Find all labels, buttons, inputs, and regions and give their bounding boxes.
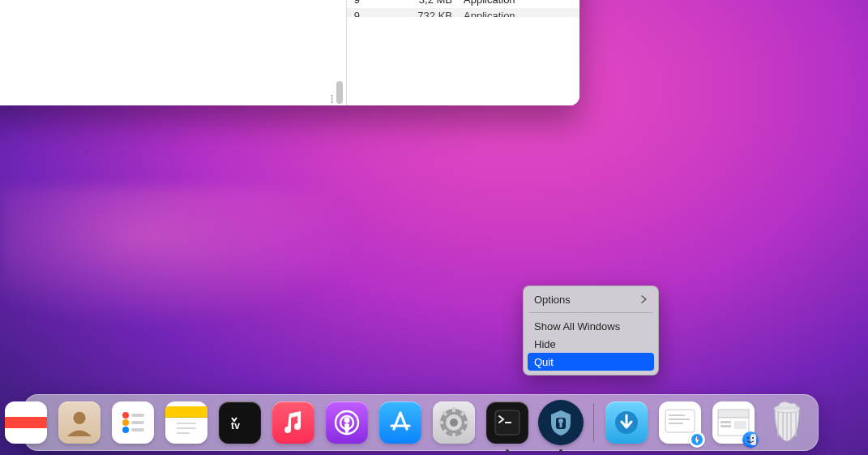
row-col1: 9 [347,8,363,17]
trash-icon [766,401,808,444]
chevron-right-icon [641,295,648,303]
svg-rect-9 [177,432,190,434]
svg-point-0 [73,412,85,424]
sidebar-marker: ] [331,93,333,103]
table-row[interactable]: 9 3,2 MB Application [347,0,579,8]
svg-rect-7 [177,423,196,424]
menu-separator [529,312,652,313]
dock-item[interactable] [378,400,423,445]
row-kind: Application [460,0,579,8]
svg-point-24 [450,419,458,427]
table-row[interactable]: 9 732 KB Application [347,8,579,17]
menu-item-label: Quit [534,356,554,368]
svg-rect-38 [718,410,749,418]
svg-rect-15 [452,407,455,412]
running-indicator-icon [559,449,562,453]
svg-rect-42 [734,421,746,429]
svg-rect-31 [665,410,695,432]
svg-rect-32 [669,414,685,416]
svg-rect-2 [131,414,144,417]
svg-rect-44 [750,434,756,445]
finder-badge-icon [742,431,759,448]
row-col1: 9 [347,0,363,8]
dock-divider [593,403,594,442]
menu-item-label: Options [534,294,571,306]
menu-item-label: Hide [534,338,556,350]
finder-sidebar[interactable]: ] [0,0,347,105]
menu-item-label: Show All Windows [534,320,620,333]
finder-window[interactable]: ] 9 15,4 MB Application 9 36,5 MB Applic… [0,0,579,105]
svg-rect-40 [720,421,731,423]
appstore-icon [379,401,421,444]
dock[interactable]: tv [24,394,819,451]
downloads-folder-icon [605,401,648,444]
menu-item-options[interactable]: Options [528,290,654,308]
finder-list[interactable]: 9 15,4 MB Application 9 36,5 MB Applicat… [347,0,579,105]
contacts-icon [58,401,100,444]
dock-item[interactable] [485,400,530,445]
reminders-icon [112,401,154,444]
row-kind: Application [460,8,579,17]
dock-item[interactable]: tv [217,400,263,445]
private-browser-icon [538,400,584,445]
svg-text:tv: tv [231,420,240,431]
safari-badge-icon [689,431,705,448]
svg-rect-16 [452,433,455,438]
menu-item-show-all-windows[interactable]: Show All Windows [528,317,654,335]
dock-context-menu[interactable]: Options Show All Windows Hide Quit [523,285,659,376]
dock-item[interactable] [164,400,209,445]
svg-point-13 [344,418,350,423]
settings-icon [433,401,475,444]
podcasts-icon [326,401,368,444]
svg-point-1 [122,412,129,419]
svg-rect-8 [177,427,196,429]
dock-item[interactable] [604,400,649,445]
svg-rect-17 [438,421,443,424]
dock-item[interactable] [657,400,703,445]
svg-rect-41 [720,425,731,427]
svg-rect-4 [131,421,144,424]
svg-rect-29 [560,423,562,427]
svg-rect-34 [669,423,683,424]
row-size: 3,2 MB [363,0,460,8]
row-size: 732 KB [363,8,460,17]
dock-item[interactable] [324,400,370,445]
svg-rect-6 [131,428,144,431]
svg-rect-33 [669,419,690,420]
svg-point-46 [752,437,754,439]
svg-point-45 [747,437,749,439]
dock-item[interactable] [271,400,316,445]
dock-item[interactable] [538,400,584,445]
sidebar-scrollbar[interactable] [335,0,344,101]
finder-status-bar [347,79,579,105]
terminal-icon [486,401,528,444]
dock-item[interactable] [431,400,477,445]
music-icon [272,401,314,444]
menu-item-quit[interactable]: Quit [528,353,654,371]
calendar-icon [5,401,47,444]
dock-item[interactable] [57,400,102,445]
running-indicator-icon [506,449,509,453]
tv-icon: tv [219,401,261,444]
dock-item[interactable] [711,400,756,445]
svg-point-5 [122,427,129,433]
menu-item-hide[interactable]: Hide [528,335,654,353]
dock-item[interactable] [32,400,49,445]
dock-item[interactable] [110,400,156,445]
svg-point-3 [122,419,129,426]
dock-item[interactable] [764,400,810,445]
svg-rect-18 [464,421,469,424]
notes-icon [165,401,207,444]
svg-rect-26 [505,422,511,423]
